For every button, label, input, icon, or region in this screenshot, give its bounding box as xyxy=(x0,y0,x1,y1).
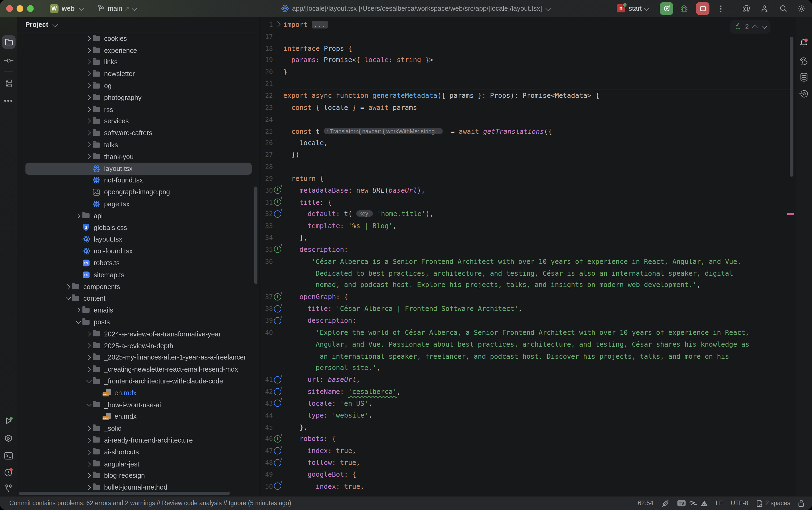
tree-row[interactable]: emails xyxy=(17,305,259,316)
database-tool-button[interactable] xyxy=(797,70,810,84)
code-line-wrap[interactable]: Angular, and Vue. Passionate about best … xyxy=(260,338,795,350)
tree-row[interactable]: components xyxy=(17,281,259,293)
run-tool-button[interactable] xyxy=(2,414,15,427)
tree-horizontal-scrollbar[interactable] xyxy=(19,492,230,495)
chevron-right-icon[interactable] xyxy=(84,143,92,147)
tree-row[interactable]: services xyxy=(17,115,259,127)
tree-row[interactable]: not-found.tsx xyxy=(17,245,259,257)
code-line[interactable]: 27}) xyxy=(260,149,795,161)
code-line[interactable]: 42◦↑siteName: 'cesalberca', xyxy=(260,386,795,397)
code-line[interactable]: 48◦↑follow: true, xyxy=(260,456,795,469)
chevron-right-icon[interactable] xyxy=(84,427,92,430)
services-tool-button[interactable] xyxy=(2,431,15,445)
code-line-wrap[interactable]: nomad, and podcast host. Explore his pro… xyxy=(260,279,795,291)
code-line[interactable]: 38◦↑title: 'César Alberca | Frontend Sof… xyxy=(260,303,795,315)
tree-row[interactable]: experience xyxy=(17,44,259,56)
chevron-right-icon[interactable] xyxy=(84,84,92,88)
chevron-right-icon[interactable] xyxy=(84,486,92,489)
chevron-right-icon[interactable] xyxy=(84,368,92,371)
tree-row[interactable]: content xyxy=(17,293,259,305)
tree-row[interactable]: 2024-a-review-of-a-transformative-year xyxy=(17,328,259,340)
usage-gutter-icon[interactable]: ◦↑ xyxy=(273,400,282,407)
git-tool-button[interactable] xyxy=(2,482,15,495)
code-line[interactable]: 18interface Props { xyxy=(260,42,795,54)
fold-chevron-icon[interactable] xyxy=(273,23,282,27)
chevron-right-icon[interactable] xyxy=(74,309,81,312)
code-line[interactable]: 30I↑metadataBase: new URL(baseUrl), xyxy=(260,184,795,196)
ai-assistant-icon[interactable]: @ xyxy=(741,0,752,17)
chevron-down-icon[interactable] xyxy=(84,379,92,383)
structure-tool-button[interactable] xyxy=(2,77,15,90)
branch-selector[interactable]: main ↗ xyxy=(108,0,136,17)
chevron-down-icon[interactable] xyxy=(64,296,71,301)
code-line[interactable]: 21 xyxy=(260,78,795,90)
code-line[interactable]: 46I↑robots: { xyxy=(260,433,795,445)
code-line[interactable]: 23const { locale } = await params xyxy=(260,102,795,113)
code-line[interactable]: 45}, xyxy=(260,421,795,433)
code-line[interactable]: 32◦↑default: t( key: 'home.title'), xyxy=(260,208,795,220)
i18n-key-gutter-icon[interactable]: I↑ xyxy=(273,435,282,443)
tree-row[interactable]: ai-ready-frontend-architecture xyxy=(17,434,259,446)
code-line[interactable]: 20} xyxy=(260,66,795,78)
code-line[interactable]: 49googleBot: { xyxy=(260,469,795,480)
commit-tool-button[interactable] xyxy=(2,54,15,67)
chevron-right-icon[interactable] xyxy=(84,155,92,159)
close-window-button[interactable] xyxy=(6,5,13,12)
code-line-wrap[interactable]: an international speaker, freelancer, an… xyxy=(260,350,795,362)
run-config-selector[interactable]: start xyxy=(629,0,648,17)
tree-row[interactable]: MDXen.mdx xyxy=(17,387,259,399)
tree-vertical-scrollbar[interactable] xyxy=(254,187,258,284)
i18n-key-gutter-icon[interactable]: I↑ xyxy=(273,187,282,194)
stop-button[interactable] xyxy=(696,2,710,15)
ignore-link[interactable]: Ignore (5 minutes ago) xyxy=(229,500,291,507)
tree-row[interactable]: TSrobots.ts xyxy=(17,257,259,269)
chevron-right-icon[interactable] xyxy=(84,462,92,466)
next-problem-button[interactable] xyxy=(762,24,767,29)
review-code-analysis-link[interactable]: Review code analysis xyxy=(162,500,222,507)
tree-row[interactable]: 3globals.css xyxy=(17,222,259,233)
tree-row[interactable]: MDXen.mdx xyxy=(17,410,259,422)
chevron-right-icon[interactable] xyxy=(84,131,92,135)
code-line[interactable]: 34}, xyxy=(260,232,795,244)
tree-row[interactable]: posts xyxy=(17,316,259,328)
zoom-window-button[interactable] xyxy=(27,5,34,12)
chevron-right-icon[interactable] xyxy=(84,60,92,64)
code-line-wrap[interactable]: personal site.', xyxy=(260,362,795,374)
terminal-tool-button[interactable] xyxy=(2,449,15,462)
tree-row[interactable]: blog-redesign xyxy=(17,470,259,482)
prev-problem-button[interactable] xyxy=(752,25,757,30)
tree-row[interactable]: _frontend-architecture-with-claude-code xyxy=(17,375,259,387)
tree-row[interactable]: og xyxy=(17,80,259,92)
usage-gutter-icon[interactable]: ◦↑ xyxy=(273,447,282,454)
i18n-key-gutter-icon[interactable]: I↑ xyxy=(273,293,282,301)
code-line[interactable]: 44type: 'website', xyxy=(260,409,795,421)
endpoints-tool-button[interactable] xyxy=(797,87,810,101)
tree-row[interactable]: rss xyxy=(17,104,259,115)
tree-row[interactable]: not-found.tsx xyxy=(17,174,259,186)
tree-row[interactable]: cookies xyxy=(17,32,259,44)
editor-scrollbar[interactable] xyxy=(790,37,793,177)
code-line[interactable]: 39◦↑description: xyxy=(260,315,795,327)
usage-gutter-icon[interactable]: ◦↑ xyxy=(273,210,282,218)
tree-row[interactable]: layout.tsx xyxy=(17,233,259,245)
minimize-window-button[interactable] xyxy=(17,5,23,12)
i18n-key-gutter-icon[interactable]: I↑ xyxy=(273,246,282,253)
usage-gutter-icon[interactable]: ◦↑ xyxy=(273,459,282,466)
code-line[interactable]: 35I↑description: xyxy=(260,244,795,255)
problems-tool-button[interactable] xyxy=(2,465,15,479)
ai-chat-button[interactable] xyxy=(797,54,810,67)
indent-indicator[interactable]: 2 spaces xyxy=(756,499,790,507)
code-with-me-icon[interactable] xyxy=(759,0,771,17)
chevron-right-icon[interactable] xyxy=(84,49,92,52)
code-line[interactable]: 41◦↑url: baseUrl, xyxy=(260,374,795,386)
tree-row[interactable]: 2025-a-review-in-depth xyxy=(17,340,259,352)
inspection-widget[interactable]: ✓ 〜 2 xyxy=(730,20,771,34)
code-line[interactable]: 37I↑openGraph: { xyxy=(260,291,795,303)
chevron-right-icon[interactable] xyxy=(84,72,92,76)
code-editor[interactable]: 1import ...1718interface Props {19params… xyxy=(260,17,795,497)
chevron-down-icon[interactable] xyxy=(84,403,92,407)
code-line-wrap[interactable]: Dedicated to best practices, architectur… xyxy=(260,267,795,279)
project-tool-button[interactable] xyxy=(2,35,15,49)
notifications-bell-button[interactable] xyxy=(797,36,810,50)
code-line[interactable]: 28 xyxy=(260,161,795,172)
